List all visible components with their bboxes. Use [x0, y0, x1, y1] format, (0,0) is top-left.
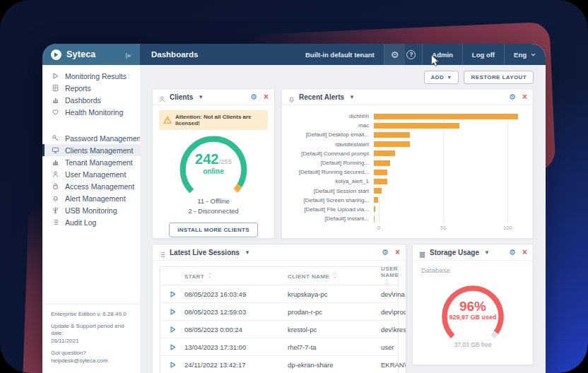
storage-percent: 96% [439, 300, 507, 313]
sidebar-item-access-management[interactable]: Access Management [42, 180, 140, 192]
logoff-button[interactable]: Log off [463, 44, 504, 65]
sidebar-item-audit-log[interactable]: Audit Log [42, 216, 140, 228]
table-row: 08/05/2023 16:03:49krupskaya-pcdev\rina [160, 285, 398, 303]
widget-menu-caret[interactable]: ▼ [245, 249, 250, 256]
sidebar-item-label: Monitoring Results [65, 72, 127, 81]
widget-title: Latest Live Sessions [170, 249, 240, 256]
install-more-clients-button[interactable]: INSTALL MORE CLIENTS [169, 223, 258, 237]
settings-gear-icon[interactable]: ⚙ [384, 44, 406, 65]
table-row: 08/05/2023 0:00:24krestol-pcdev\krestol.… [160, 321, 398, 338]
session-start: 08/05/2023 0:00:24 [184, 326, 288, 333]
chart-bar-row: [Default] Running secured... [290, 167, 524, 177]
page-background: Syteca Dashboards Built-in default tenan… [0, 0, 588, 373]
help-icon[interactable]: ? [405, 44, 422, 65]
bar-category-label: [Default] File Upload via... [290, 206, 374, 213]
storage-gauge: 96% 929,97 GB used [439, 283, 507, 339]
widget-settings-icon[interactable]: ⚙ [509, 93, 516, 102]
widget-close-icon[interactable]: × [522, 93, 527, 100]
widget-settings-icon[interactable]: ⚙ [509, 248, 516, 257]
sidebar: Monitoring ResultsReportsDashbordsHealth… [42, 65, 140, 373]
sidebar-item-monitoring-results[interactable]: Monitoring Results [42, 70, 140, 82]
play-session-icon[interactable] [160, 326, 184, 333]
column-header-client-name[interactable]: CLIENT NAME [288, 272, 381, 280]
bar-category-label: davidtestalert [290, 141, 374, 148]
widget-settings-icon[interactable]: ⚙ [250, 93, 257, 102]
column-header-user-name[interactable]: USER NAME [381, 266, 399, 286]
bar-category-label: dichhhh [290, 113, 374, 119]
chart-bar-row: [Default] Session start [290, 186, 524, 196]
session-user-name: user [381, 343, 398, 351]
sidebar-item-password-management[interactable]: Password Management [42, 132, 140, 144]
session-client-name: krestol-pc [288, 326, 381, 333]
chart-bar-row: [Default] Instant... [290, 214, 524, 223]
bar [374, 114, 518, 119]
warning-icon [163, 116, 172, 124]
sort-icon [384, 278, 389, 285]
sidebar-item-user-management[interactable]: User Management [42, 168, 140, 180]
widget-title: Clients [170, 93, 193, 101]
sessions-table: STARTCLIENT NAMEUSER NAME08/05/2023 16:0… [160, 266, 399, 373]
table-row: 13/04/2023 17:31:00rhel7-7-tauser [160, 338, 398, 356]
storage-usage-widget: Storage Usage ▼ ⚙ × Database 96% [412, 244, 534, 365]
sidebar-item-dashbords[interactable]: Dashbords [42, 94, 140, 106]
sidebar-item-tenant-management[interactable]: Tenant Management [42, 156, 140, 168]
widget-title: Storage Usage [430, 249, 479, 256]
widget-menu-caret[interactable]: ▼ [484, 249, 490, 256]
sidebar-item-usb-monitoring[interactable]: USB Monitoring [42, 204, 140, 216]
add-widget-button[interactable]: ADD▼ [424, 71, 459, 84]
play-icon [52, 72, 59, 80]
storage-icon [418, 249, 426, 256]
widget-settings-icon[interactable]: ⚙ [382, 248, 389, 257]
sidebar-item-reports[interactable]: Reports [42, 82, 140, 94]
play-session-icon[interactable] [160, 343, 184, 351]
bar [374, 132, 410, 138]
language-selector[interactable]: Eng [505, 44, 546, 65]
sidebar-collapse-icon[interactable] [124, 50, 133, 59]
top-bar: Syteca Dashboards Built-in default tenan… [42, 44, 546, 65]
play-session-icon[interactable] [160, 361, 184, 369]
session-client-name: dp-ekran-share [288, 361, 381, 369]
sidebar-footer: Enterprise Edition v. 6.28.49.0 Update &… [42, 304, 140, 373]
bar-category-label: [Default] Screen sharing... [290, 197, 374, 203]
recent-alerts-widget: Recent Alerts ▼ ⚙ × dichhhhmac[Default] … [281, 88, 534, 239]
online-count: 242 [195, 151, 218, 167]
helpdesk-label: Got question? helpdesk@syteca.com [51, 350, 131, 365]
clients-gauge: 242/255 online [177, 133, 250, 195]
sidebar-item-label: Tenant Management [65, 158, 133, 167]
widget-close-icon[interactable]: × [264, 93, 269, 100]
widget-menu-caret[interactable]: ▼ [349, 94, 355, 100]
column-header-start[interactable]: START [184, 272, 288, 280]
sidebar-item-alert-management[interactable]: Alert Management [42, 192, 140, 204]
bar-category-label: [Default] Desktop email... [290, 131, 374, 138]
sidebar-item-label: Alert Management [65, 194, 126, 203]
tenant-label: Built-in default tenant [296, 44, 384, 65]
sidebar-item-label: Audit Log [65, 218, 96, 227]
list-icon [52, 218, 59, 226]
logo-area: Syteca [42, 44, 140, 65]
edition-label: Enterprise Edition v. 6.28.49.0 [51, 311, 131, 318]
report-icon [52, 84, 59, 92]
bar [374, 179, 387, 184]
bar-category-label: [Default] Session start [290, 188, 374, 194]
chart-bar-row: davidtestalert [290, 140, 524, 149]
sidebar-item-clients-management[interactable]: Clients Management [42, 144, 140, 156]
play-session-icon[interactable] [160, 308, 184, 316]
widget-close-icon[interactable]: × [522, 249, 527, 256]
play-session-icon[interactable] [160, 290, 184, 298]
session-user-name: dev\krestol.denis [381, 326, 406, 333]
storage-used-label: 929,97 GB used [439, 314, 507, 321]
restore-layout-button[interactable]: RESTORE LAYOUT [464, 71, 534, 84]
widget-menu-caret[interactable]: ▼ [198, 94, 204, 100]
sidebar-item-label: Access Management [65, 182, 134, 191]
sort-icon [207, 272, 213, 279]
session-user-name: dev\rina [381, 290, 405, 298]
session-client-name: rhel7-7-ta [288, 343, 381, 351]
lock-icon [52, 182, 59, 190]
widget-close-icon[interactable]: × [395, 249, 400, 256]
clients-widget: Clients ▼ ⚙ × Attention: Not all Clients… [152, 88, 275, 239]
topbar-actions: Built-in default tenant ⚙ ? Admin Log of… [296, 44, 546, 65]
admin-menu-button[interactable]: Admin [423, 44, 462, 65]
session-user-name: dev\prodan.roman [381, 308, 406, 316]
sidebar-item-health-monitoring[interactable]: Health Monitoring [42, 106, 140, 118]
bar [374, 141, 410, 147]
